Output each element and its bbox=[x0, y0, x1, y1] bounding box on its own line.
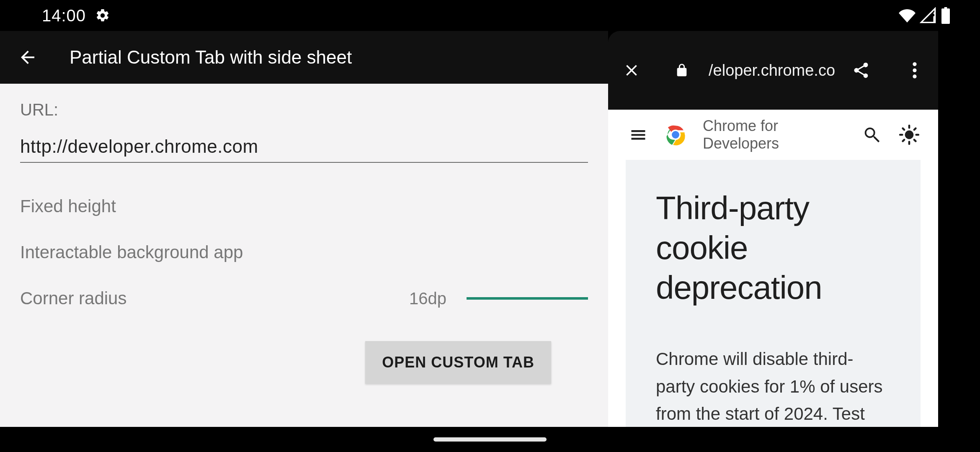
sun-icon[interactable] bbox=[897, 123, 921, 147]
battery-icon bbox=[941, 7, 951, 24]
chrome-logo-icon bbox=[663, 123, 688, 147]
open-custom-tab-button[interactable]: OPEN CUSTOM TAB bbox=[365, 341, 551, 384]
custom-tab-content[interactable]: Chrome for Developers Third-party cookie… bbox=[608, 110, 938, 427]
wifi-icon bbox=[899, 7, 916, 24]
custom-tab-url[interactable]: /eloper.chrome.com bbox=[709, 62, 835, 80]
article-body: Chrome will disable third-party cookies … bbox=[656, 345, 890, 427]
article-panel: Third-party cookie deprecation Chrome wi… bbox=[626, 160, 921, 427]
appbar-title: Partial Custom Tab with side sheet bbox=[70, 47, 352, 68]
site-title[interactable]: Chrome for Developers bbox=[703, 117, 847, 152]
corner-radius-value: 16dp bbox=[409, 289, 446, 308]
fixed-height-option[interactable]: Fixed height bbox=[20, 196, 588, 216]
url-label: URL: bbox=[20, 100, 588, 119]
article-heading: Third-party cookie deprecation bbox=[656, 188, 890, 308]
corner-radius-label: Corner radius bbox=[20, 288, 126, 308]
svg-line-14 bbox=[903, 128, 905, 130]
svg-line-15 bbox=[914, 140, 916, 141]
statusbar: 14:00 bbox=[0, 0, 980, 31]
navigation-bar bbox=[0, 427, 980, 452]
url-input[interactable] bbox=[20, 136, 588, 157]
site-header: Chrome for Developers bbox=[608, 110, 938, 160]
interactable-background-option[interactable]: Interactable background app bbox=[20, 242, 588, 262]
menu-icon[interactable] bbox=[628, 125, 648, 145]
lock-icon bbox=[673, 62, 690, 79]
svg-point-2 bbox=[913, 62, 916, 66]
svg-point-3 bbox=[913, 68, 916, 72]
app-bar: Partial Custom Tab with side sheet bbox=[0, 31, 608, 84]
svg-line-17 bbox=[914, 128, 916, 130]
search-icon[interactable] bbox=[862, 125, 882, 145]
config-pane: Partial Custom Tab with side sheet URL: … bbox=[0, 31, 608, 427]
svg-rect-0 bbox=[934, 16, 936, 22]
svg-point-1 bbox=[934, 12, 936, 14]
corner-radius-slider[interactable] bbox=[467, 297, 588, 300]
svg-line-16 bbox=[903, 140, 905, 141]
svg-point-9 bbox=[905, 131, 914, 139]
signal-icon bbox=[920, 7, 936, 24]
close-icon[interactable] bbox=[620, 59, 643, 82]
back-icon[interactable] bbox=[16, 46, 39, 69]
custom-tab-sheet: /eloper.chrome.com bbox=[608, 31, 938, 427]
more-vert-icon[interactable] bbox=[903, 59, 926, 82]
status-time: 14:00 bbox=[42, 6, 86, 25]
nav-handle[interactable] bbox=[433, 437, 547, 442]
gear-icon bbox=[95, 8, 110, 23]
svg-point-4 bbox=[913, 74, 916, 78]
share-icon[interactable] bbox=[849, 59, 873, 82]
custom-tab-toolbar: /eloper.chrome.com bbox=[608, 31, 938, 110]
